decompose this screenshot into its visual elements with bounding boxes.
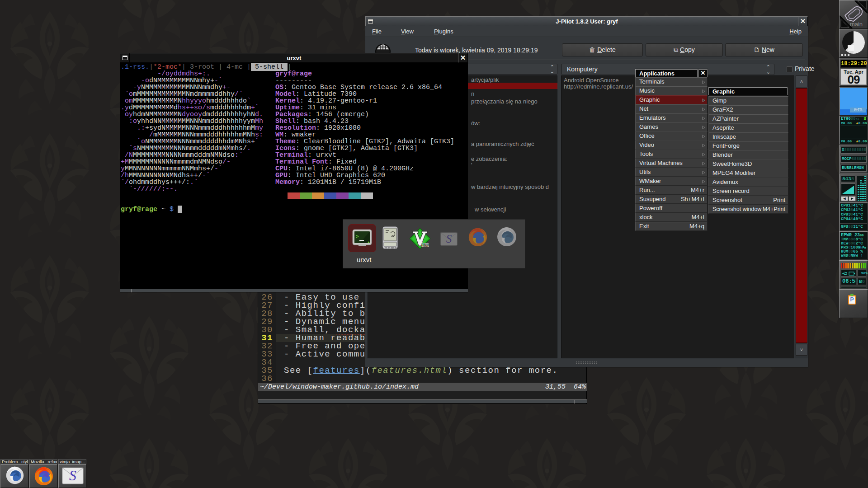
svg-text:S: S (446, 233, 452, 245)
svg-text:>: > (356, 234, 359, 239)
svg-text:main: main (850, 21, 863, 28)
svg-text:S: S (69, 468, 76, 483)
svg-text:im: im (421, 240, 429, 249)
